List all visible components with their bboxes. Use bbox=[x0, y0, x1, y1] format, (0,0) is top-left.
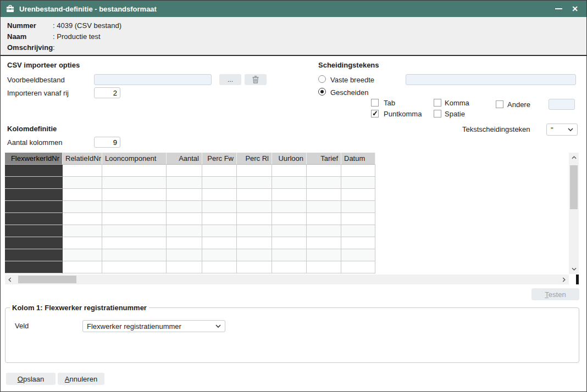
grid-cell[interactable] bbox=[167, 165, 202, 177]
grid-cell[interactable] bbox=[307, 165, 341, 177]
grid-cell[interactable] bbox=[167, 189, 202, 201]
minimize-button[interactable] bbox=[549, 1, 568, 17]
column-header[interactable]: FlexwerkerIdNr bbox=[5, 153, 63, 165]
grid-cell[interactable] bbox=[5, 213, 63, 225]
grid-cell[interactable] bbox=[307, 177, 341, 189]
grid-cell[interactable] bbox=[202, 261, 237, 273]
grid-cell[interactable] bbox=[167, 201, 202, 213]
grid-cell[interactable] bbox=[272, 237, 307, 249]
grid-cell[interactable] bbox=[341, 249, 375, 261]
grid-cell[interactable] bbox=[63, 261, 102, 273]
voorbeeldbestand-input[interactable] bbox=[94, 74, 212, 85]
grid-cell[interactable] bbox=[341, 201, 375, 213]
grid-cell[interactable] bbox=[63, 165, 102, 177]
komma-checkbox[interactable] bbox=[434, 99, 441, 107]
grid-cell[interactable] bbox=[272, 201, 307, 213]
gescheiden-radio[interactable] bbox=[318, 88, 326, 96]
grid-cell[interactable] bbox=[5, 225, 63, 237]
annuleren-button[interactable]: Annuleren bbox=[58, 373, 104, 385]
grid-cell[interactable] bbox=[63, 189, 102, 201]
scroll-left-button[interactable] bbox=[5, 275, 15, 284]
browse-button[interactable]: ... bbox=[219, 74, 241, 85]
importeren-vanaf-rij-input[interactable] bbox=[94, 87, 120, 98]
grid-cell[interactable] bbox=[63, 201, 102, 213]
column-header[interactable]: Uurloon bbox=[272, 153, 307, 165]
grid-cell[interactable] bbox=[237, 237, 272, 249]
grid-cell[interactable] bbox=[272, 177, 307, 189]
grid-cell[interactable] bbox=[237, 189, 272, 201]
grid-cell[interactable] bbox=[307, 201, 341, 213]
grid-cell[interactable] bbox=[307, 213, 341, 225]
grid-cell[interactable] bbox=[202, 165, 237, 177]
grid-cell[interactable] bbox=[5, 165, 63, 177]
grid-cell[interactable] bbox=[5, 237, 63, 249]
grid-cell[interactable] bbox=[5, 249, 63, 261]
grid-cell[interactable] bbox=[102, 261, 167, 273]
vertical-scrollbar-thumb[interactable] bbox=[570, 165, 578, 209]
grid-cell[interactable] bbox=[202, 189, 237, 201]
vertical-scrollbar[interactable] bbox=[569, 153, 579, 274]
grid-cell[interactable] bbox=[202, 177, 237, 189]
grid-cell[interactable] bbox=[167, 237, 202, 249]
delete-file-button[interactable] bbox=[245, 74, 267, 85]
grid-cell[interactable] bbox=[307, 261, 341, 273]
grid-cell[interactable] bbox=[167, 225, 202, 237]
grid-cell[interactable] bbox=[102, 249, 167, 261]
tab-checkbox[interactable] bbox=[371, 99, 379, 107]
scroll-right-button[interactable] bbox=[559, 275, 569, 284]
tekstscheidingsteken-dropdown[interactable]: " bbox=[546, 124, 578, 136]
andere-checkbox[interactable] bbox=[496, 100, 503, 108]
grid-cell[interactable] bbox=[272, 225, 307, 237]
grid-cell[interactable] bbox=[202, 237, 237, 249]
grid-cell[interactable] bbox=[167, 261, 202, 273]
grid-cell[interactable] bbox=[63, 249, 102, 261]
grid-cell[interactable] bbox=[202, 225, 237, 237]
grid-cell[interactable] bbox=[307, 189, 341, 201]
grid-cell[interactable] bbox=[202, 201, 237, 213]
grid-cell[interactable] bbox=[167, 249, 202, 261]
grid-cell[interactable] bbox=[102, 177, 167, 189]
horizontal-scrollbar[interactable] bbox=[5, 275, 569, 284]
testen-button[interactable]: Testen bbox=[531, 288, 579, 300]
andere-input[interactable] bbox=[549, 99, 575, 110]
spatie-checkbox[interactable] bbox=[434, 110, 441, 117]
grid-cell[interactable] bbox=[341, 261, 375, 273]
column-header[interactable]: Datum bbox=[341, 153, 375, 165]
grid-cell[interactable] bbox=[341, 165, 375, 177]
grid-cell[interactable] bbox=[307, 225, 341, 237]
grid-cell[interactable] bbox=[341, 177, 375, 189]
grid-cell[interactable] bbox=[63, 177, 102, 189]
vaste-breedte-input[interactable] bbox=[406, 74, 576, 85]
grid-cell[interactable] bbox=[237, 177, 272, 189]
grid-cell[interactable] bbox=[307, 237, 341, 249]
column-header[interactable]: Tarief bbox=[307, 153, 341, 165]
grid-cell[interactable] bbox=[341, 213, 375, 225]
grid-cell[interactable] bbox=[202, 213, 237, 225]
puntkomma-checkbox[interactable] bbox=[371, 110, 379, 117]
grid-cell[interactable] bbox=[272, 249, 307, 261]
grid-cell[interactable] bbox=[272, 165, 307, 177]
grid-cell[interactable] bbox=[102, 237, 167, 249]
scroll-up-button[interactable] bbox=[569, 153, 579, 163]
aantal-kolommen-input[interactable] bbox=[94, 137, 120, 148]
grid-cell[interactable] bbox=[63, 225, 102, 237]
grid-cell[interactable] bbox=[167, 213, 202, 225]
grid-cell[interactable] bbox=[237, 201, 272, 213]
grid-cell[interactable] bbox=[307, 249, 341, 261]
grid-cell[interactable] bbox=[237, 261, 272, 273]
grid-cell[interactable] bbox=[102, 201, 167, 213]
grid-cell[interactable] bbox=[237, 225, 272, 237]
column-header[interactable]: RelatieIdNr bbox=[63, 153, 102, 165]
grid-cell[interactable] bbox=[102, 165, 167, 177]
opslaan-button[interactable]: Opslaan bbox=[6, 373, 56, 385]
horizontal-scrollbar-thumb[interactable] bbox=[18, 276, 76, 283]
column-header[interactable]: Perc Fw bbox=[202, 153, 237, 165]
grid-cell[interactable] bbox=[63, 237, 102, 249]
grid-cell[interactable] bbox=[5, 189, 63, 201]
grid-cell[interactable] bbox=[63, 213, 102, 225]
grid-cell[interactable] bbox=[5, 261, 63, 273]
grid-cell[interactable] bbox=[102, 189, 167, 201]
grid-cell[interactable] bbox=[341, 189, 375, 201]
column-header[interactable]: Looncomponent bbox=[102, 153, 167, 165]
grid-cell[interactable] bbox=[237, 249, 272, 261]
